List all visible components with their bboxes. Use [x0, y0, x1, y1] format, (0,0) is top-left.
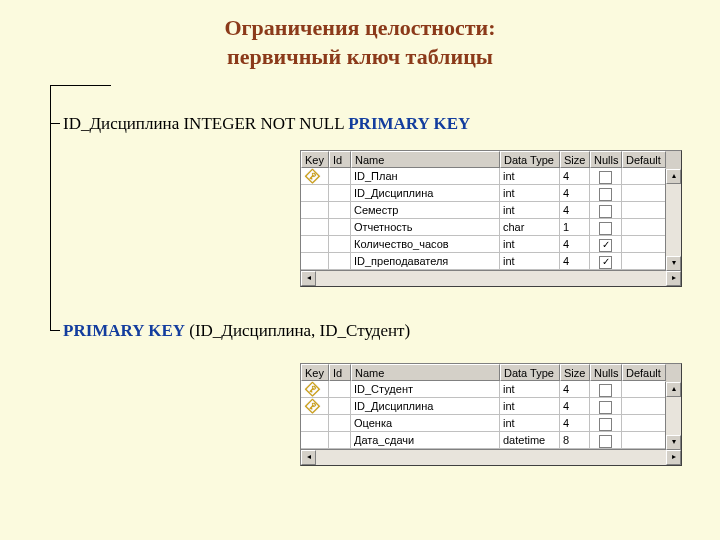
nulls-cell — [590, 219, 622, 236]
nulls-cell — [590, 432, 622, 449]
key-cell — [301, 202, 329, 219]
nulls-checkbox[interactable] — [599, 384, 612, 397]
table-row[interactable]: Семестрint4 — [301, 202, 666, 219]
title-line-2: первичный ключ таблицы — [227, 44, 493, 69]
id-cell — [329, 381, 351, 398]
col-header-size: Size — [560, 151, 590, 168]
scroll-up-button[interactable]: ▴ — [666, 169, 681, 184]
scrollbar-vertical[interactable]: ▴ ▾ — [665, 382, 681, 450]
id-cell — [329, 185, 351, 202]
connector-end-2 — [50, 330, 60, 331]
table-designer-1: Key Id Name Data Type Size Nulls Default… — [300, 150, 682, 287]
table-row[interactable]: ID_преподавателяint4✓ — [301, 253, 666, 270]
connector-end-1 — [50, 123, 60, 124]
table-designer-2: Key Id Name Data Type Size Nulls Default… — [300, 363, 682, 466]
nulls-cell — [590, 202, 622, 219]
scrollbar-horizontal[interactable]: ◂ ▸ — [301, 270, 681, 286]
col-header-size: Size — [560, 364, 590, 381]
table-row[interactable]: Отчетностьchar1 — [301, 219, 666, 236]
default-cell — [622, 253, 666, 270]
id-cell — [329, 202, 351, 219]
title-line-1: Ограничения целостности: — [224, 15, 495, 40]
nulls-cell — [590, 185, 622, 202]
nulls-checkbox[interactable] — [599, 205, 612, 218]
nulls-checkbox[interactable] — [599, 418, 612, 431]
type-cell: int — [500, 253, 560, 270]
size-cell: 4 — [560, 168, 590, 185]
table-row[interactable]: ID_Дисциплинаint4 — [301, 185, 666, 202]
name-cell: ID_Дисциплина — [351, 185, 500, 202]
col-header-default: Default — [622, 364, 666, 381]
col-header-type: Data Type — [500, 364, 560, 381]
name-cell: Семестр — [351, 202, 500, 219]
scroll-right-button[interactable]: ▸ — [666, 271, 681, 286]
type-cell: char — [500, 219, 560, 236]
sql-type: INTEGER NOT NULL — [179, 114, 348, 133]
id-cell — [329, 415, 351, 432]
key-cell — [301, 219, 329, 236]
col-header-default: Default — [622, 151, 666, 168]
nulls-cell — [590, 168, 622, 185]
default-cell — [622, 415, 666, 432]
type-cell: int — [500, 185, 560, 202]
scroll-track[interactable] — [316, 271, 666, 286]
name-cell: ID_План — [351, 168, 500, 185]
key-cell — [301, 432, 329, 449]
scrollbar-horizontal[interactable]: ◂ ▸ — [301, 449, 681, 465]
col-header-nulls: Nulls — [590, 151, 622, 168]
scroll-left-button[interactable]: ◂ — [301, 271, 316, 286]
col-header-nulls: Nulls — [590, 364, 622, 381]
scroll-left-button[interactable]: ◂ — [301, 450, 316, 465]
nulls-checkbox[interactable]: ✓ — [599, 239, 612, 252]
table-row[interactable]: ⚿ID_Студентint4 — [301, 381, 666, 398]
type-cell: datetime — [500, 432, 560, 449]
nulls-checkbox[interactable] — [599, 401, 612, 414]
id-cell — [329, 168, 351, 185]
nulls-checkbox[interactable] — [599, 188, 612, 201]
type-cell: int — [500, 415, 560, 432]
sql-statement-2: PRIMARY KEY (ID_Дисциплина, ID_Студент) — [63, 321, 410, 341]
default-cell — [622, 432, 666, 449]
nulls-cell — [590, 381, 622, 398]
nulls-checkbox[interactable] — [599, 171, 612, 184]
size-cell: 4 — [560, 202, 590, 219]
table-row[interactable]: ⚿ID_Планint4 — [301, 168, 666, 185]
type-cell: int — [500, 202, 560, 219]
table-row[interactable]: Количество_часовint4✓ — [301, 236, 666, 253]
scroll-down-button[interactable]: ▾ — [666, 256, 681, 271]
nulls-cell: ✓ — [590, 236, 622, 253]
key-cell: ⚿ — [301, 381, 329, 398]
key-cell — [301, 185, 329, 202]
table-row[interactable]: Оценкаint4 — [301, 415, 666, 432]
sql-statement-1: ID_Дисциплина INTEGER NOT NULL PRIMARY K… — [63, 114, 470, 134]
col-header-name: Name — [351, 364, 500, 381]
nulls-checkbox[interactable]: ✓ — [599, 256, 612, 269]
size-cell: 4 — [560, 381, 590, 398]
col-header-id: Id — [329, 364, 351, 381]
default-cell — [622, 168, 666, 185]
table-row[interactable]: Дата_сдачиdatetime8 — [301, 432, 666, 449]
nulls-checkbox[interactable] — [599, 222, 612, 235]
default-cell — [622, 381, 666, 398]
size-cell: 4 — [560, 253, 590, 270]
id-cell — [329, 253, 351, 270]
sql-columns: (ID_Дисциплина, ID_Студент) — [185, 321, 410, 340]
key-cell: ⚿ — [301, 168, 329, 185]
scroll-right-button[interactable]: ▸ — [666, 450, 681, 465]
name-cell: Дата_сдачи — [351, 432, 500, 449]
size-cell: 4 — [560, 185, 590, 202]
primary-key-keyword: PRIMARY KEY — [63, 321, 185, 340]
scroll-track[interactable] — [316, 450, 666, 465]
scroll-up-button[interactable]: ▴ — [666, 382, 681, 397]
sql-column: ID_Дисциплина — [63, 114, 179, 133]
id-cell — [329, 398, 351, 415]
key-cell — [301, 236, 329, 253]
type-cell: int — [500, 236, 560, 253]
name-cell: Оценка — [351, 415, 500, 432]
scrollbar-vertical[interactable]: ▴ ▾ — [665, 169, 681, 271]
scroll-down-button[interactable]: ▾ — [666, 435, 681, 450]
col-header-key: Key — [301, 151, 329, 168]
nulls-checkbox[interactable] — [599, 435, 612, 448]
table-row[interactable]: ⚿ID_Дисциплинаint4 — [301, 398, 666, 415]
key-cell — [301, 253, 329, 270]
